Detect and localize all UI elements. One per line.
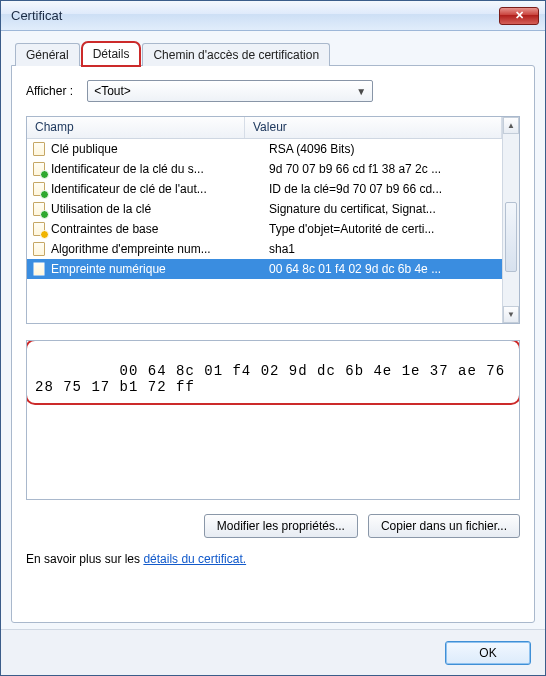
dialog-footer: OK <box>1 629 545 675</box>
properties-list: Champ Valeur Clé publiqueRSA (4096 Bits)… <box>26 116 520 324</box>
tab-general[interactable]: Général <box>15 43 80 66</box>
table-row[interactable]: Algorithme d'empreinte num...sha1 <box>27 239 502 259</box>
listview-body[interactable]: Clé publiqueRSA (4096 Bits)Identificateu… <box>27 139 502 323</box>
chevron-down-icon: ▼ <box>356 86 366 97</box>
tab-details[interactable]: Détails <box>82 42 141 66</box>
cert-details-link[interactable]: détails du certificat. <box>143 552 246 566</box>
property-icon <box>31 241 47 257</box>
cell-field: Identificateur de clé de l'aut... <box>51 182 265 196</box>
cell-value: ID de la clé=9d 70 07 b9 66 cd... <box>265 182 498 196</box>
scrollbar-vertical[interactable]: ▲ ▼ <box>502 117 519 323</box>
client-area: Général Détails Chemin d'accès de certif… <box>1 31 545 629</box>
detail-value-text: 00 64 8c 01 f4 02 9d dc 6b 4e 1e 37 ae 7… <box>35 363 514 395</box>
table-row[interactable]: Identificateur de clé de l'aut...ID de l… <box>27 179 502 199</box>
cell-value: 00 64 8c 01 f4 02 9d dc 6b 4e ... <box>265 262 498 276</box>
cell-value: RSA (4096 Bits) <box>265 142 498 156</box>
column-header-field[interactable]: Champ <box>27 117 245 138</box>
tab-panel-details: Afficher : <Tout> ▼ Champ Valeur Clé pub… <box>11 65 535 623</box>
table-row[interactable]: Clé publiqueRSA (4096 Bits) <box>27 139 502 159</box>
filter-select[interactable]: <Tout> ▼ <box>87 80 373 102</box>
window-title: Certificat <box>7 8 499 23</box>
property-icon <box>31 161 47 177</box>
table-row[interactable]: Identificateur de la clé du s...9d 70 07… <box>27 159 502 179</box>
cell-field: Contraintes de base <box>51 222 265 236</box>
cell-value: sha1 <box>265 242 498 256</box>
property-icon <box>31 201 47 217</box>
filter-select-value: <Tout> <box>94 84 131 98</box>
detail-value-box[interactable]: 00 64 8c 01 f4 02 9d dc 6b 4e 1e 37 ae 7… <box>26 340 520 500</box>
close-icon: ✕ <box>515 10 524 21</box>
table-row[interactable]: Empreinte numérique00 64 8c 01 f4 02 9d … <box>27 259 502 279</box>
ok-button[interactable]: OK <box>445 641 531 665</box>
copy-to-file-button[interactable]: Copier dans un fichier... <box>368 514 520 538</box>
cell-value: 9d 70 07 b9 66 cd f1 38 a7 2c ... <box>265 162 498 176</box>
titlebar[interactable]: Certificat ✕ <box>1 1 545 31</box>
button-row: Modifier les propriétés... Copier dans u… <box>26 514 520 538</box>
cell-value: Signature du certificat, Signat... <box>265 202 498 216</box>
close-button[interactable]: ✕ <box>499 7 539 25</box>
column-header-value[interactable]: Valeur <box>245 117 502 138</box>
property-icon <box>31 181 47 197</box>
filter-label: Afficher : <box>26 84 73 98</box>
cell-field: Clé publique <box>51 142 265 156</box>
edit-properties-button[interactable]: Modifier les propriétés... <box>204 514 358 538</box>
scroll-thumb[interactable] <box>505 202 517 272</box>
cell-field: Algorithme d'empreinte num... <box>51 242 265 256</box>
learn-more-row: En savoir plus sur les détails du certif… <box>26 552 520 566</box>
filter-row: Afficher : <Tout> ▼ <box>26 80 520 102</box>
table-row[interactable]: Utilisation de la cléSignature du certif… <box>27 199 502 219</box>
cell-field: Utilisation de la clé <box>51 202 265 216</box>
scroll-track[interactable] <box>503 134 519 306</box>
tab-strip: Général Détails Chemin d'accès de certif… <box>11 39 535 65</box>
listview-header[interactable]: Champ Valeur <box>27 117 502 139</box>
cell-field: Identificateur de la clé du s... <box>51 162 265 176</box>
cell-value: Type d'objet=Autorité de certi... <box>265 222 498 236</box>
learn-more-prefix: En savoir plus sur les <box>26 552 143 566</box>
tab-cert-path[interactable]: Chemin d'accès de certification <box>142 43 330 66</box>
property-icon <box>31 261 47 277</box>
property-icon <box>31 221 47 237</box>
listview[interactable]: Champ Valeur Clé publiqueRSA (4096 Bits)… <box>27 117 502 323</box>
property-icon <box>31 141 47 157</box>
cell-field: Empreinte numérique <box>51 262 265 276</box>
scroll-down-button[interactable]: ▼ <box>503 306 519 323</box>
scroll-up-button[interactable]: ▲ <box>503 117 519 134</box>
dialog-window: Certificat ✕ Général Détails Chemin d'ac… <box>0 0 546 676</box>
table-row[interactable]: Contraintes de baseType d'objet=Autorité… <box>27 219 502 239</box>
